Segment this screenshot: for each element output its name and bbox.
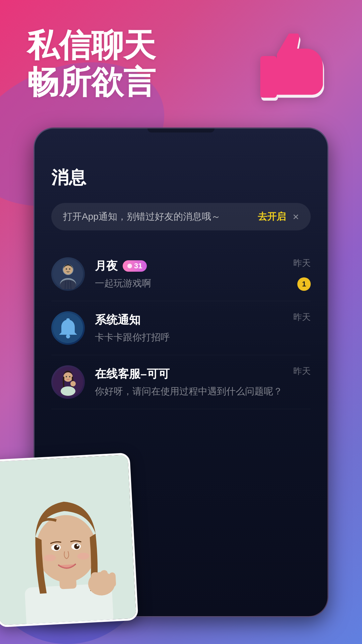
svg-rect-36 xyxy=(100,570,108,586)
message-preview: 卡卡卡跟你打招呼 xyxy=(95,331,311,344)
notification-close-button[interactable]: × xyxy=(293,211,299,223)
svg-line-8 xyxy=(70,281,71,289)
message-preview: 一起玩游戏啊 xyxy=(95,277,311,290)
hero-text-block: 私信聊天 畅所欲言 xyxy=(27,27,156,101)
message-list: 月夜 31 一起玩游戏啊 昨天 1 xyxy=(51,247,311,409)
svg-point-20 xyxy=(70,381,76,386)
message-content: 系统通知 卡卡卡跟你打招呼 xyxy=(95,312,311,344)
message-time: 昨天 xyxy=(293,257,311,269)
notification-banner[interactable]: 打开App通知，别错过好友的消息哦～ 去开启 × xyxy=(51,203,311,230)
message-item[interactable]: 月夜 31 一起玩游戏啊 昨天 1 xyxy=(51,247,311,301)
svg-rect-1 xyxy=(260,56,277,98)
message-name: 系统通知 xyxy=(95,312,140,328)
notification-action-button[interactable]: 去开启 xyxy=(258,210,286,223)
hero-title: 私信聊天 畅所欲言 xyxy=(27,27,156,101)
avatar xyxy=(51,311,85,345)
level-badge: 31 xyxy=(123,260,147,272)
message-time: 昨天 xyxy=(293,365,311,377)
unread-badge: 1 xyxy=(297,277,311,291)
svg-point-17 xyxy=(61,386,75,396)
message-content: 月夜 31 一起玩游戏啊 xyxy=(95,258,311,290)
svg-point-13 xyxy=(66,334,70,338)
message-preview: 你好呀，请问在使用过程中遇到什么问题呢？ xyxy=(95,385,311,398)
svg-point-11 xyxy=(69,268,70,270)
messages-header: 消息 xyxy=(51,166,311,190)
phone-notch xyxy=(147,128,215,132)
message-item[interactable]: 系统通知 卡卡卡跟你打招呼 昨天 xyxy=(51,301,311,355)
svg-point-10 xyxy=(66,268,67,270)
message-content: 在线客服–可可 你好呀，请问在使用过程中遇到什么问题呢？ xyxy=(95,366,311,398)
avatar xyxy=(51,365,85,399)
message-name: 在线客服–可可 xyxy=(95,366,170,382)
svg-line-6 xyxy=(65,281,66,289)
svg-point-16 xyxy=(63,372,73,382)
message-time: 昨天 xyxy=(293,311,311,323)
message-item[interactable]: 在线客服–可可 你好呀，请问在使用过程中遇到什么问题呢？ 昨天 xyxy=(51,355,311,409)
avatar xyxy=(51,257,85,291)
svg-rect-37 xyxy=(109,572,116,587)
svg-point-19 xyxy=(69,376,70,377)
message-name: 月夜 xyxy=(95,258,118,274)
svg-point-18 xyxy=(66,376,67,377)
bottom-photo xyxy=(0,452,138,627)
svg-rect-35 xyxy=(91,572,100,589)
notification-text: 打开App通知，别错过好友的消息哦～ xyxy=(63,210,251,223)
thumbs-up-icon xyxy=(255,34,328,101)
svg-rect-14 xyxy=(66,318,70,321)
